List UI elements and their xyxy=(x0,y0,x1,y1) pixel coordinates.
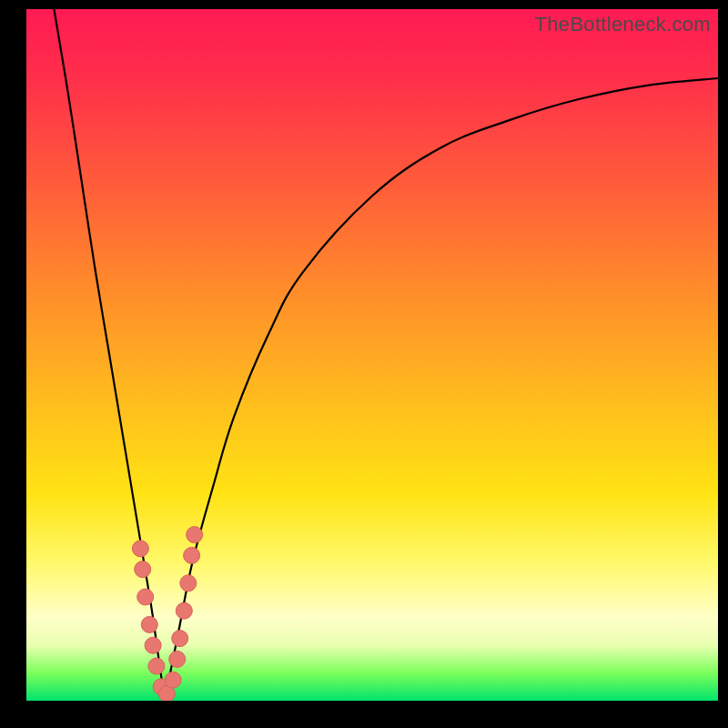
data-marker xyxy=(141,616,157,632)
data-marker xyxy=(132,541,148,557)
curve-svg xyxy=(26,9,718,701)
data-marker xyxy=(169,651,186,667)
data-marker xyxy=(137,589,154,605)
watermark-text: TheBottleneck.com xyxy=(535,13,711,36)
data-marker xyxy=(184,547,200,563)
bottleneck-curve-left-path xyxy=(54,9,165,701)
bottleneck-curve-right-path xyxy=(165,78,718,701)
data-marker xyxy=(135,561,151,578)
plot-area: TheBottleneck.com xyxy=(26,9,718,701)
data-marker xyxy=(187,527,203,543)
data-marker xyxy=(153,679,169,695)
data-marker xyxy=(158,685,175,701)
data-marker xyxy=(180,575,197,592)
chart-frame: TheBottleneck.com xyxy=(0,0,728,728)
data-marker xyxy=(165,672,181,688)
data-marker xyxy=(145,637,161,653)
marker-group xyxy=(132,527,202,701)
data-marker xyxy=(176,602,192,619)
data-marker xyxy=(148,658,165,674)
data-marker xyxy=(172,631,188,647)
